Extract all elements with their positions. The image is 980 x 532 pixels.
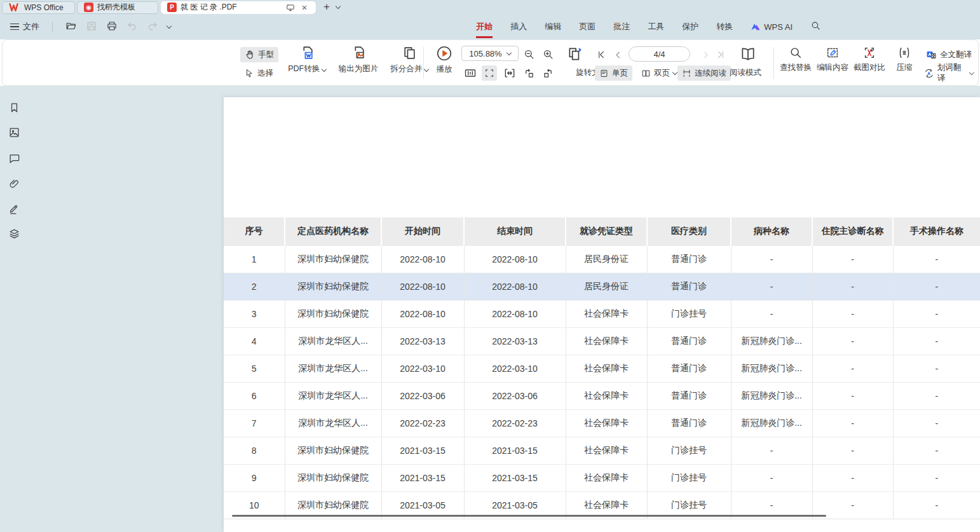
- select-tool-button[interactable]: 选择: [240, 65, 278, 81]
- first-page-icon: [596, 50, 606, 60]
- column-header: 病种名称: [731, 217, 812, 245]
- table-cell: 6: [224, 382, 285, 409]
- full-translate-button[interactable]: 全文翻译: [922, 47, 976, 62]
- rotate-left-button[interactable]: [521, 65, 536, 81]
- read-mode-button[interactable]: 阅读模式: [730, 67, 761, 78]
- zoom-level-select[interactable]: 105.88%: [461, 46, 519, 61]
- hand-tool-button[interactable]: 手型: [240, 47, 278, 62]
- last-page-button[interactable]: [713, 47, 728, 62]
- continuous-read-button[interactable]: 连续阅读: [677, 65, 731, 81]
- table-cell: -: [731, 300, 812, 327]
- export-image-button[interactable]: 输出为图片: [331, 45, 386, 74]
- sidebar-signature-button[interactable]: [8, 203, 20, 215]
- table-cell: 2022-03-13: [464, 327, 566, 355]
- first-page-button[interactable]: [594, 47, 609, 62]
- rotate-right-button[interactable]: [540, 65, 555, 81]
- menu-item-page[interactable]: 页面: [579, 21, 595, 32]
- tab-wps-office[interactable]: WPS Office: [2, 1, 75, 14]
- menu-item-protect[interactable]: 保护: [682, 21, 698, 32]
- close-tab-icon[interactable]: ×: [299, 3, 310, 13]
- zoom-in-button[interactable]: [540, 46, 555, 62]
- table-row: 2深圳市妇幼保健院2022-08-102022-08-10居民身份证普通门诊--…: [224, 273, 980, 300]
- table-cell: 2022-08-10: [381, 245, 464, 273]
- edit-content-button[interactable]: 编辑内容: [815, 46, 850, 73]
- pdf-page: 序号定点医药机构名称开始时间结束时间就诊凭证类型医疗类别病种名称住院主诊断名称手…: [224, 97, 980, 532]
- print-button[interactable]: [106, 20, 118, 34]
- table-cell: -: [812, 409, 893, 437]
- menu-item-convert[interactable]: 转换: [716, 21, 733, 32]
- continuous-read-label: 连续阅读: [695, 68, 726, 79]
- split-merge-icon: [402, 45, 418, 61]
- quickbar-chevron-icon[interactable]: [167, 23, 172, 28]
- table-cell: 2022-08-10: [381, 273, 464, 300]
- table-cell: 社会保障卡: [566, 327, 647, 355]
- read-mode-icon-button[interactable]: [738, 45, 758, 63]
- sidebar-bookmarks-button[interactable]: [8, 102, 20, 114]
- menu-item-edit[interactable]: 编辑: [545, 21, 561, 32]
- table-header-row: 序号定点医药机构名称开始时间结束时间就诊凭证类型医疗类别病种名称住院主诊断名称手…: [224, 217, 980, 245]
- sidebar-layers-button[interactable]: [8, 228, 20, 240]
- screenshot-compare-button[interactable]: 截图对比: [852, 46, 887, 73]
- tab-document-pdf[interactable]: P 就 医 记 录 .PDF ×: [161, 1, 316, 14]
- prev-page-button[interactable]: [610, 47, 625, 62]
- rotate-left-icon: [523, 67, 535, 79]
- fit-width-button[interactable]: [502, 65, 517, 81]
- menu-item-comment[interactable]: 批注: [613, 21, 630, 32]
- menu-search-icon[interactable]: [810, 20, 821, 33]
- single-page-button[interactable]: 单页: [595, 65, 632, 81]
- fit-page-icon: [484, 67, 495, 79]
- open-file-button[interactable]: [65, 20, 77, 34]
- reorganize-pages-button[interactable]: [566, 45, 585, 63]
- image-icon: [8, 126, 20, 139]
- full-translate-label: 全文翻译: [940, 50, 972, 60]
- table-cell: -: [812, 300, 893, 327]
- actual-size-button[interactable]: [463, 65, 478, 81]
- play-button[interactable]: 播放: [430, 45, 459, 75]
- double-page-button[interactable]: 双页: [637, 65, 681, 81]
- table-cell: -: [893, 273, 980, 300]
- new-tab-icon[interactable]: +: [323, 1, 330, 13]
- compress-label: 压缩: [897, 62, 913, 73]
- split-merge-button[interactable]: 拆分合并: [385, 45, 434, 74]
- table-cell: 新冠肺炎门诊...: [731, 327, 812, 355]
- menu-item-home[interactable]: 开始: [476, 21, 493, 32]
- play-icon: [436, 45, 453, 62]
- fit-page-button[interactable]: [482, 65, 497, 81]
- next-page-button[interactable]: [698, 47, 713, 62]
- search-icon: [789, 46, 803, 60]
- page-number-input[interactable]: 4/4: [629, 46, 690, 62]
- save-button[interactable]: [86, 20, 97, 34]
- compress-button[interactable]: 压缩: [890, 46, 919, 73]
- double-page-icon: [641, 69, 651, 78]
- redo-button[interactable]: [147, 20, 158, 34]
- table-cell: -: [812, 245, 893, 273]
- sidebar-comments-button[interactable]: [8, 153, 20, 165]
- table-cell: -: [893, 437, 980, 464]
- wps-ai-button[interactable]: WPS AI: [751, 22, 793, 32]
- sidebar-thumbnails-button[interactable]: [8, 126, 20, 139]
- zoom-in-icon: [542, 48, 554, 60]
- tab-list-chevron-icon[interactable]: [336, 3, 341, 8]
- pdf-convert-icon: [299, 45, 315, 61]
- word-translate-button[interactable]: 划词翻译: [920, 65, 978, 81]
- menu-item-tools[interactable]: 工具: [648, 21, 664, 32]
- docer-template-icon: ◉: [84, 3, 93, 12]
- horizontal-scrollbar[interactable]: [232, 515, 826, 517]
- menu-item-insert[interactable]: 插入: [510, 21, 527, 32]
- table-cell: 2022-08-10: [464, 273, 566, 300]
- screenshot-compare-label: 截图对比: [854, 62, 885, 73]
- pdf-convert-button[interactable]: PDF转换: [282, 45, 332, 74]
- zoom-out-button[interactable]: [521, 46, 536, 62]
- find-replace-button[interactable]: 查找替换: [778, 46, 813, 73]
- ribbon-toolbar: 手型 选择 PDF转换 输出为图片 拆分合并 播放 105.88%: [2, 39, 979, 86]
- table-cell: -: [731, 464, 812, 491]
- table-cell: 5: [224, 355, 285, 382]
- file-menu-button[interactable]: 文件: [10, 21, 39, 32]
- undo-button[interactable]: [126, 20, 138, 34]
- present-monitor-icon[interactable]: [285, 3, 296, 13]
- export-image-label: 输出为图片: [339, 64, 379, 74]
- column-header: 住院主诊断名称: [812, 217, 893, 245]
- table-cell: -: [731, 437, 812, 464]
- sidebar-attachments-button[interactable]: [8, 178, 20, 190]
- tab-docer-templates[interactable]: ◉ 找稻壳模板: [77, 1, 158, 14]
